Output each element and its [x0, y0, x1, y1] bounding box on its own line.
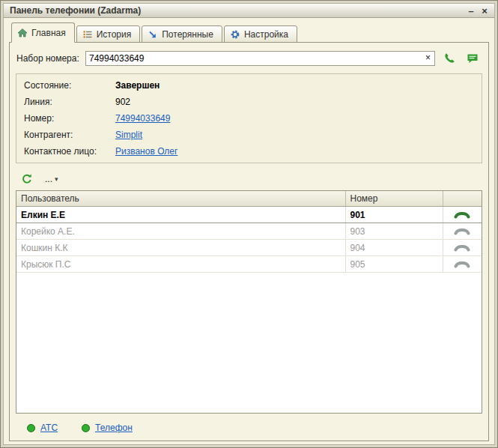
number-label: Номер:: [24, 113, 115, 124]
user-cell: Елкин Е.Е: [16, 207, 345, 223]
number-cell: 905: [345, 256, 443, 273]
number-cell: 903: [345, 223, 443, 240]
number-cell: 904: [345, 240, 443, 256]
line-value: 902: [115, 97, 474, 107]
phone-status: Телефон: [82, 423, 133, 433]
call-state-cell: [443, 240, 482, 256]
table-row[interactable]: Корейко А.Е. 903: [16, 223, 482, 240]
handset-icon: [454, 211, 470, 219]
chevron-down-icon: ▾: [55, 175, 58, 183]
list-icon: [82, 29, 93, 40]
connection-status-bar: АТС Телефон: [15, 414, 483, 438]
line-label: Линия:: [24, 97, 115, 107]
refresh-icon: [21, 173, 33, 185]
clear-icon[interactable]: ×: [423, 52, 433, 64]
table-row[interactable]: Кошкин К.К 904: [16, 240, 482, 256]
phone-link[interactable]: Телефон: [95, 423, 133, 433]
state-value: Завершен: [115, 80, 474, 91]
tab-bar: Главная История Потерянные Настройка: [9, 22, 489, 43]
user-cell: Кошкин К.К: [16, 240, 345, 256]
chat-button[interactable]: [463, 50, 482, 66]
counterparty-label: Контрагент:: [24, 130, 115, 140]
table-row[interactable]: Елкин Е.Е 901: [16, 207, 482, 223]
number-cell: 901: [345, 207, 443, 223]
home-icon: [17, 28, 28, 38]
atc-status: АТС: [27, 423, 58, 433]
column-header-status[interactable]: [443, 191, 482, 207]
column-header-user[interactable]: Пользователь: [16, 191, 345, 207]
minimize-button[interactable]: –: [464, 4, 478, 16]
handset-icon: [454, 243, 470, 252]
tab-main[interactable]: Главная: [11, 22, 75, 43]
close-button[interactable]: ×: [478, 4, 491, 16]
phone-call-icon: [443, 52, 455, 64]
call-info-box: Состояние: Завершен Линия: 902 Номер: 74…: [16, 73, 482, 163]
dial-number-input[interactable]: [85, 51, 435, 66]
handset-icon: [454, 260, 470, 268]
handset-icon: [454, 227, 470, 235]
main-tab-panel: Набор номера: × Состояние: Завершен Лини…: [9, 42, 489, 441]
call-button[interactable]: [440, 50, 458, 66]
user-cell: Крысюк П.С: [16, 256, 345, 273]
tab-history[interactable]: История: [76, 25, 141, 43]
window-content: Главная История Потерянные Настройка Наб…: [3, 18, 495, 445]
tab-settings[interactable]: Настройка: [224, 25, 297, 43]
counterparty-link[interactable]: Simplit: [115, 130, 142, 140]
atc-link[interactable]: АТС: [40, 423, 58, 433]
state-label: Состояние:: [24, 80, 115, 91]
tab-label: Настройка: [244, 29, 288, 40]
tab-label: Главная: [31, 28, 66, 38]
users-table: Пользователь Номер Елкин Е.Е 901: [16, 190, 482, 414]
title-bar: Панель телефонии (Zadarma) – ×: [3, 3, 495, 18]
tab-label: Потерянные: [162, 29, 213, 40]
telephony-panel-window: Панель телефонии (Zadarma) – × Главная И…: [0, 0, 498, 448]
column-header-number[interactable]: Номер: [345, 191, 443, 207]
contact-link[interactable]: Ризванов Олег: [115, 146, 177, 157]
gear-icon: [230, 29, 240, 40]
chat-icon: [467, 52, 479, 64]
tab-label: История: [97, 29, 132, 40]
more-label: ...: [45, 174, 52, 184]
contact-label: Контактное лицо:: [24, 146, 115, 157]
call-state-cell: [443, 207, 482, 223]
dial-row: Набор номера: ×: [16, 50, 482, 66]
call-state-cell: [443, 223, 482, 240]
dial-input-wrap: ×: [85, 51, 435, 66]
more-actions-button[interactable]: ... ▾: [45, 174, 58, 184]
user-cell: Корейко А.Е.: [16, 223, 345, 240]
green-dot-icon: [82, 424, 90, 432]
dial-label: Набор номера:: [16, 53, 81, 64]
refresh-button[interactable]: [17, 171, 36, 187]
tab-missed[interactable]: Потерянные: [142, 25, 222, 43]
table-header-row: Пользователь Номер: [16, 191, 482, 207]
number-link[interactable]: 74994033649: [115, 113, 170, 124]
table-row[interactable]: Крысюк П.С 905: [16, 256, 482, 273]
users-command-bar: ... ▾: [17, 171, 481, 187]
window-title: Панель телефонии (Zadarma): [10, 5, 141, 16]
green-dot-icon: [27, 424, 35, 432]
missed-calls-icon: [148, 29, 158, 40]
call-state-cell: [443, 256, 482, 273]
